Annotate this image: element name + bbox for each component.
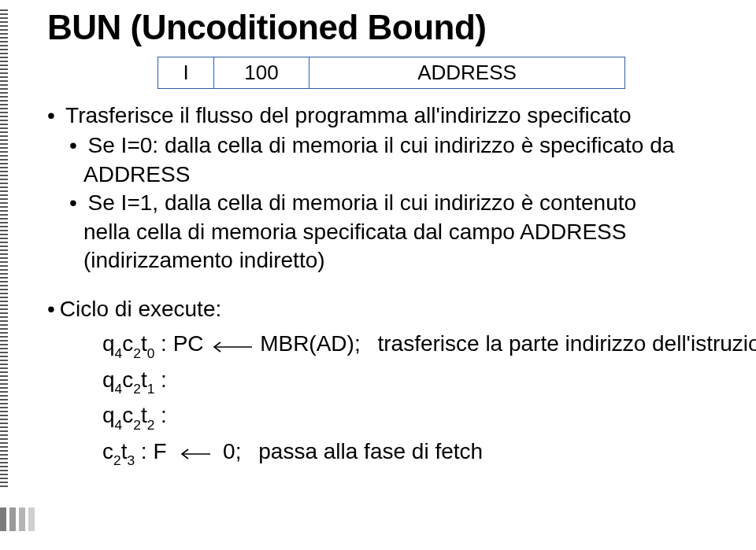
sub-bullet-list: Se I=0: dalla cella di memoria il cui in…: [47, 131, 709, 275]
sub-bullet-i0-line1: Se I=0: dalla cella di memoria il cui in…: [88, 133, 675, 157]
corner-blocks-decor: [0, 508, 35, 531]
sub-bullet-i1-line2: nella cella di memoria specificata dal c…: [83, 220, 626, 244]
execute-cycle-section: Ciclo di execute: q4c2t0 : PC MBR(AD); t…: [47, 297, 709, 470]
cycle-lines: q4c2t0 : PC MBR(AD); trasferisce la part…: [102, 327, 709, 470]
cycle-line-1-comment: trasferisce la parte indirizzo dell'istr…: [377, 331, 756, 356]
instruction-format-table: I 100 ADDRESS: [158, 57, 625, 89]
left-arrow-icon: [209, 328, 254, 362]
bullet-main-text: Trasferisce il flusso del programma all'…: [65, 103, 632, 127]
description-list: Trasferisce il flusso del programma all'…: [47, 102, 709, 275]
page-title: BUN (Uncoditioned Bound): [47, 8, 709, 47]
sub-bullet-i0-line2: ADDRESS: [83, 162, 190, 186]
cycle-heading: Ciclo di execute:: [47, 297, 709, 322]
cycle-line-1: q4c2t0 : PC MBR(AD); trasferisce la part…: [102, 327, 709, 363]
cycle-line-3: q4c2t2 :: [102, 398, 709, 434]
bullet-main: Trasferisce il flusso del programma all'…: [47, 102, 709, 275]
instr-i-cell: I: [158, 57, 214, 89]
cycle-line-4-comment: passa alla fase di fetch: [258, 439, 483, 463]
cycle-line-4: c2t3 : F 0; passa alla fase di fetch: [102, 434, 709, 471]
sub-bullet-i0: Se I=0: dalla cella di memoria il cui in…: [69, 131, 709, 189]
left-stripe-decor: [0, 8, 8, 487]
left-arrow-icon: [172, 436, 217, 470]
cycle-line-2: q4c2t1 :: [102, 363, 709, 399]
sub-bullet-i1: Se I=1, dalla cella di memoria il cui in…: [69, 189, 709, 275]
sub-bullet-i1-line3: (indirizzamento indiretto): [83, 248, 325, 272]
sub-bullet-i1-line1: Se I=1, dalla cella di memoria il cui in…: [88, 190, 636, 215]
instr-address-cell: ADDRESS: [309, 57, 625, 89]
slide: BUN (Uncoditioned Bound) I 100 ADDRESS T…: [0, 0, 756, 550]
instr-opcode-cell: 100: [214, 57, 309, 89]
